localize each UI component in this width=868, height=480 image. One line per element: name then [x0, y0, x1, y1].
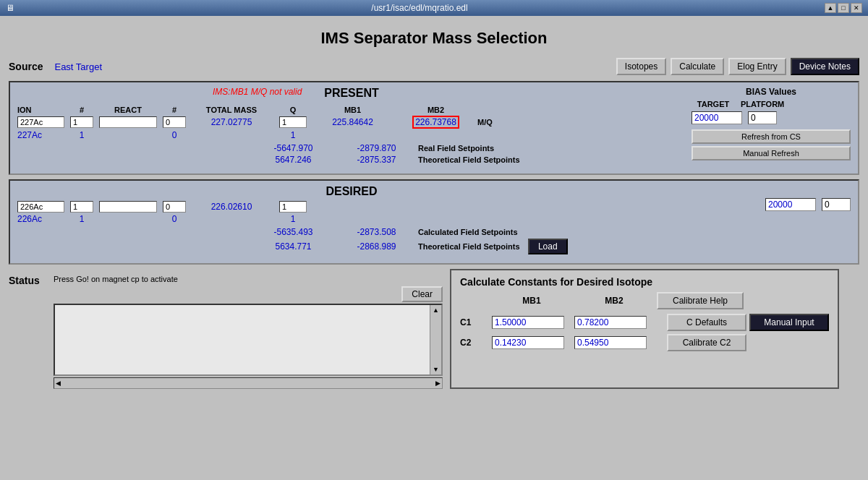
present-real-label: Real Field Setpoints	[418, 144, 494, 153]
present-q-blue: 1	[275, 130, 311, 140]
calc-constants-box: Calculate Constants for Desired Isotope …	[450, 269, 839, 389]
status-area: Status Press Go! on magnet cp to activat…	[9, 275, 443, 389]
status-label: Status	[9, 275, 45, 286]
bottom-section: Status Press Go! on magnet cp to activat…	[9, 269, 859, 389]
present-real-mb2: -2879.870	[357, 143, 396, 153]
present-hash2-input[interactable]	[163, 116, 186, 128]
present-ion-input[interactable]	[17, 116, 64, 128]
c2-mb2-input[interactable]	[574, 336, 647, 349]
c1-mb2-input[interactable]	[574, 316, 647, 329]
desired-bias-panel	[692, 185, 851, 256]
header-hash1: #	[68, 106, 95, 114]
source-link[interactable]: East Target	[54, 61, 102, 72]
desired-bias-platform-input[interactable]	[822, 198, 851, 211]
window-title: /usr1/isac/edl/mqratio.edl	[14, 3, 825, 13]
error-message: IMS:MB1 M/Q not valid	[213, 87, 302, 97]
calibrate-help-button[interactable]: Calibrate Help	[657, 292, 744, 309]
bias-panel: BIAS Values TARGET PLATFORM Refresh from…	[692, 87, 851, 166]
load-button[interactable]: Load	[528, 239, 568, 254]
present-theo-mb2: -2875.337	[357, 155, 396, 165]
isotopes-button[interactable]: Isotopes	[616, 58, 666, 75]
desired-hash1-blue: 1	[68, 214, 95, 224]
source-label: Source	[9, 61, 43, 72]
c2-mb1-input[interactable]	[492, 336, 564, 349]
present-hash1-input[interactable]	[70, 116, 93, 128]
calc-mb1-header: MB1	[492, 296, 571, 306]
elog-button[interactable]: Elog Entry	[728, 58, 786, 75]
minimize-button[interactable]: ▲	[825, 3, 836, 13]
status-hscrollbar[interactable]: ◀▶	[54, 377, 443, 389]
manual-refresh-button[interactable]: Manual Refresh	[692, 146, 851, 160]
header-hash2: #	[161, 106, 188, 114]
app-title: IMS Separator Mass Selection	[0, 16, 868, 58]
bias-platform-input[interactable]	[748, 111, 777, 124]
c-defaults-button[interactable]: C Defaults	[667, 314, 746, 331]
desired-hash2-blue: 0	[161, 214, 188, 224]
present-mb1-val: 225.84642	[332, 117, 373, 127]
header-ion: ION	[17, 106, 68, 114]
maximize-button[interactable]: □	[838, 3, 849, 13]
bias-target-label: TARGET	[692, 100, 735, 108]
desired-hash1-input[interactable]	[70, 201, 93, 213]
desired-ion-input[interactable]	[17, 201, 64, 213]
c2-label: C2	[460, 338, 489, 348]
present-ion-blue: 227Ac	[17, 130, 68, 140]
desired-q-blue: 1	[275, 214, 311, 224]
c1-mb1-input[interactable]	[492, 316, 564, 329]
calibrate-c2-button[interactable]: Calibrate C2	[667, 334, 746, 351]
desired-calc-mb1: -5635.493	[273, 227, 312, 237]
desired-react-input[interactable]	[99, 201, 157, 213]
desired-title: DESIRED	[17, 185, 686, 198]
desired-ion-blue: 226Ac	[17, 214, 68, 224]
desired-bias-target-input[interactable]	[765, 198, 816, 211]
header-total-mass: TOTAL MASS	[188, 106, 275, 114]
close-button[interactable]: ✕	[851, 3, 862, 13]
header-mb2: MB2	[394, 106, 477, 114]
desired-calc-label: Calculated Field Setpoints	[418, 228, 518, 236]
bias-title: BIAS Values	[692, 87, 851, 97]
desired-theo-label: Theoretical Field Setpoints	[418, 242, 520, 251]
title-bar: 🖥 /usr1/isac/edl/mqratio.edl ▲ □ ✕	[0, 0, 868, 16]
present-hash2-blue: 0	[161, 130, 188, 140]
device-notes-button[interactable]: Device Notes	[791, 58, 859, 75]
status-textarea[interactable]	[55, 305, 430, 374]
present-real-mb1: -5647.970	[273, 143, 312, 153]
present-section: PRESENT IMS:MB1 M/Q not valid ION # REAC…	[9, 81, 859, 175]
header-q: Q	[275, 106, 311, 114]
c1-label: C1	[460, 317, 489, 327]
present-mb2-val: 226.73768	[412, 116, 459, 129]
present-hash1-blue: 1	[68, 130, 95, 140]
desired-calc-mb2: -2873.508	[357, 227, 396, 237]
header-mb1: MB1	[311, 106, 394, 114]
desired-section: DESIRED 226.02610 226Ac 1 0	[9, 179, 859, 265]
status-vscrollbar[interactable]: ▲ ▼	[430, 305, 441, 374]
calculate-button[interactable]: Calculate	[671, 58, 724, 75]
desired-q-input[interactable]	[279, 201, 307, 213]
present-react-input[interactable]	[99, 116, 157, 128]
status-text-area-wrap: ▲ ▼	[54, 304, 443, 376]
bias-target-input[interactable]	[692, 111, 742, 124]
present-theo-mb1: 5647.246	[275, 155, 311, 165]
status-message: Press Go! on magnet cp to activate	[54, 275, 443, 283]
manual-input-button[interactable]: Manual Input	[749, 314, 829, 331]
desired-total-mass: 226.02610	[211, 202, 252, 212]
refresh-from-cs-button[interactable]: Refresh from CS	[692, 129, 851, 144]
desired-theo-mb1: 5634.771	[275, 241, 311, 252]
source-bar: Source East Target Isotopes Calculate El…	[9, 58, 859, 75]
bias-platform-label: PLATFORM	[741, 100, 784, 108]
present-title: PRESENT	[17, 87, 686, 100]
window-icon: 🖥	[6, 3, 14, 13]
calc-title: Calculate Constants for Desired Isotope	[460, 276, 829, 288]
desired-theo-mb2: -2868.989	[357, 241, 396, 252]
present-q-input[interactable]	[279, 116, 307, 128]
present-mq-label: M/Q	[477, 118, 493, 127]
calc-mb2-header: MB2	[574, 296, 654, 306]
present-theo-label: Theoretical Field Setpoints	[418, 155, 520, 164]
desired-hash2-input[interactable]	[163, 201, 186, 213]
present-total-mass: 227.02775	[211, 117, 252, 127]
header-react: REACT	[95, 106, 161, 114]
clear-button[interactable]: Clear	[401, 286, 443, 302]
